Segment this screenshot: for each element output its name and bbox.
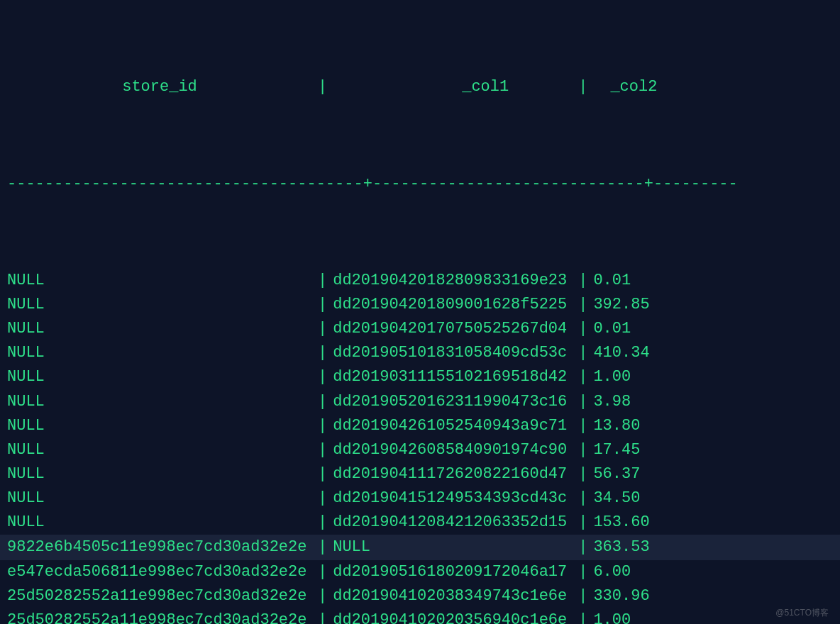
table-row: 25d50282552a11e998ec7cd30ad32e2e|dd20190… xyxy=(7,608,834,624)
pipe-separator: | xyxy=(312,462,333,486)
cell-col1: dd20190520162311990473c16 xyxy=(333,390,573,414)
cell-store-id: e547ecda506811e998ec7cd30ad32e2e xyxy=(7,560,312,584)
table-header-row: store_id | _col1 | _col2 xyxy=(7,75,834,99)
cell-col2: 0.01 xyxy=(593,269,658,293)
table-row: NULL|dd20190420182809833169e23|0.01 xyxy=(7,269,834,293)
cell-col2: 330.96 xyxy=(593,584,658,608)
pipe-separator: | xyxy=(312,414,333,438)
cell-col2: 410.34 xyxy=(593,341,658,365)
pipe-separator: | xyxy=(312,511,333,535)
pipe-separator: | xyxy=(573,584,593,608)
cell-col2: 6.00 xyxy=(593,560,658,584)
pipe-separator: | xyxy=(312,486,333,511)
pipe-separator: | xyxy=(312,365,333,389)
pipe-separator: | xyxy=(573,560,593,584)
cell-col1: dd201904261052540943a9c71 xyxy=(333,414,573,438)
col-header-store-id: store_id xyxy=(7,75,312,99)
cell-col1: dd201904151249534393cd43c xyxy=(333,486,573,511)
pipe-separator: | xyxy=(312,608,333,624)
pipe-separator: | xyxy=(573,414,593,438)
cell-col2: 34.50 xyxy=(593,486,658,511)
cell-col2: 0.01 xyxy=(593,317,658,341)
table-row: NULL|dd20190412084212063352d15|153.60 xyxy=(7,511,834,535)
cell-col2: 17.45 xyxy=(593,438,658,462)
pipe-separator: | xyxy=(573,511,593,535)
cell-col2: 1.00 xyxy=(593,365,658,389)
cell-col2: 392.85 xyxy=(593,293,658,317)
cell-col1: dd20190426085840901974c90 xyxy=(333,438,573,462)
cell-store-id: NULL xyxy=(7,341,312,365)
table-row: NULL|dd20190411172620822160d47|56.37 xyxy=(7,462,834,486)
table-row: NULL|dd20190520162311990473c16|3.98 xyxy=(7,390,834,414)
table-row: e547ecda506811e998ec7cd30ad32e2e|dd20190… xyxy=(7,560,834,584)
col-header-col2: _col2 xyxy=(593,75,658,99)
pipe-separator: | xyxy=(573,341,593,365)
pipe-separator: | xyxy=(573,317,593,341)
cell-col2: 153.60 xyxy=(593,511,658,535)
table-row: NULL|dd20190420170750525267d04|0.01 xyxy=(7,317,834,341)
cell-col2: 56.37 xyxy=(593,462,658,486)
table-row: 25d50282552a11e998ec7cd30ad32e2e|dd20190… xyxy=(7,584,834,608)
watermark: @51CTO博客 xyxy=(775,606,829,620)
query-result-table: store_id | _col1 | _col2 ---------------… xyxy=(0,0,840,624)
cell-store-id: NULL xyxy=(7,511,312,535)
table-row: NULL|dd201905101831058409cd53c|410.34 xyxy=(7,341,834,365)
pipe-separator: | xyxy=(312,584,333,608)
table-row: NULL|dd201904261052540943a9c71|13.80 xyxy=(7,414,834,438)
cell-store-id: 9822e6b4505c11e998ec7cd30ad32e2e xyxy=(7,535,312,559)
pipe-separator: | xyxy=(312,535,333,559)
pipe-separator: | xyxy=(573,365,593,389)
col-header-col1: _col1 xyxy=(333,75,573,99)
cell-col1: dd201905101831058409cd53c xyxy=(333,341,573,365)
cell-col2: 1.00 xyxy=(593,608,658,624)
pipe-separator: | xyxy=(573,608,593,624)
table-row: NULL|dd201904201809001628f5225|392.85 xyxy=(7,293,834,317)
pipe-separator: | xyxy=(312,317,333,341)
pipe-separator: | xyxy=(573,75,593,99)
cell-col1: dd20190420170750525267d04 xyxy=(333,317,573,341)
header-rule: --------------------------------------+-… xyxy=(7,172,834,196)
pipe-separator: | xyxy=(312,341,333,365)
pipe-separator: | xyxy=(573,535,593,559)
cell-col1: dd201904201809001628f5225 xyxy=(333,293,573,317)
cell-store-id: NULL xyxy=(7,293,312,317)
table-body: NULL|dd20190420182809833169e23|0.01NULL|… xyxy=(7,269,834,624)
cell-store-id: NULL xyxy=(7,365,312,389)
cell-col2: 13.80 xyxy=(593,414,658,438)
cell-col1: dd20190412084212063352d15 xyxy=(333,511,573,535)
cell-col1: dd20190516180209172046a17 xyxy=(333,560,573,584)
pipe-separator: | xyxy=(312,390,333,414)
pipe-separator: | xyxy=(312,293,333,317)
cell-col1: NULL xyxy=(333,535,573,559)
cell-col1: dd20190311155102169518d42 xyxy=(333,365,573,389)
cell-store-id: 25d50282552a11e998ec7cd30ad32e2e xyxy=(7,608,312,624)
cell-col1: dd201904102038349743c1e6e xyxy=(333,584,573,608)
pipe-separator: | xyxy=(573,462,593,486)
cell-store-id: 25d50282552a11e998ec7cd30ad32e2e xyxy=(7,584,312,608)
pipe-separator: | xyxy=(312,269,333,293)
pipe-separator: | xyxy=(312,438,333,462)
table-row: 9822e6b4505c11e998ec7cd30ad32e2e|NULL|36… xyxy=(0,535,840,560)
cell-store-id: NULL xyxy=(7,486,312,511)
table-row: NULL|dd20190426085840901974c90|17.45 xyxy=(7,438,834,462)
cell-col1: dd20190420182809833169e23 xyxy=(333,269,573,293)
cell-store-id: NULL xyxy=(7,462,312,486)
cell-store-id: NULL xyxy=(7,390,312,414)
cell-store-id: NULL xyxy=(7,269,312,293)
pipe-separator: | xyxy=(312,560,333,584)
pipe-separator: | xyxy=(573,438,593,462)
cell-col2: 3.98 xyxy=(593,390,658,414)
cell-store-id: NULL xyxy=(7,414,312,438)
pipe-separator: | xyxy=(573,269,593,293)
pipe-separator: | xyxy=(573,293,593,317)
cell-col2: 363.53 xyxy=(593,535,658,559)
cell-store-id: NULL xyxy=(7,317,312,341)
cell-col1: dd201904102020356940c1e6e xyxy=(333,608,573,624)
table-row: NULL|dd201904151249534393cd43c|34.50 xyxy=(7,486,834,511)
table-row: NULL|dd20190311155102169518d42|1.00 xyxy=(7,365,834,389)
cell-store-id: NULL xyxy=(7,438,312,462)
pipe-separator: | xyxy=(573,390,593,414)
cell-col1: dd20190411172620822160d47 xyxy=(333,462,573,486)
pipe-separator: | xyxy=(312,75,333,99)
pipe-separator: | xyxy=(573,486,593,511)
